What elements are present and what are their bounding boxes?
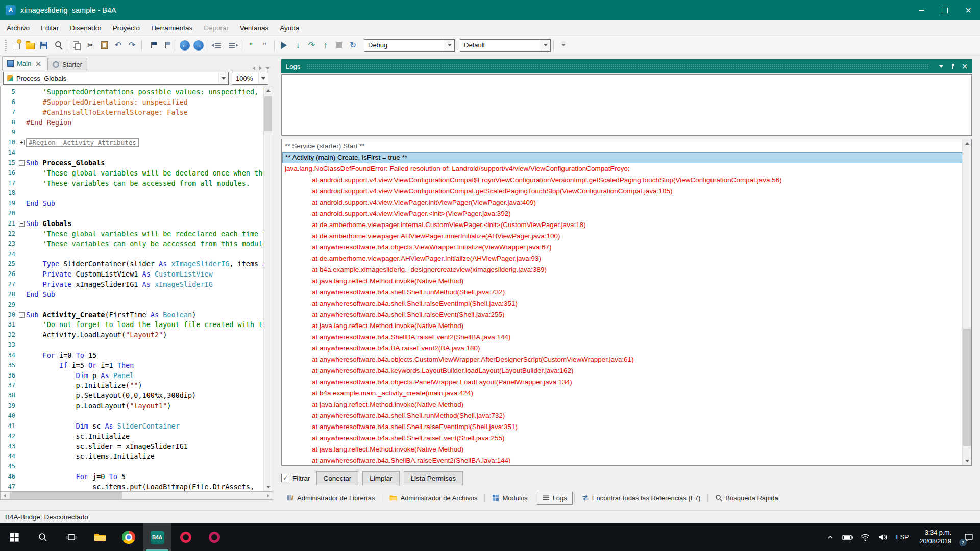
taskbar-app-1[interactable] [172, 523, 200, 551]
clock[interactable]: 3:34 p.m. 20/08/2019 [913, 529, 958, 546]
code-line[interactable]: 40 [1, 411, 264, 421]
code-line[interactable]: 19End Sub [1, 198, 264, 209]
log-line[interactable]: at java.lang.reflect.Method.invoke(Nativ… [282, 444, 962, 455]
log-line[interactable]: at android.support.v4.view.ViewPager.<in… [282, 208, 962, 219]
code-line[interactable]: 47 sc.items.put(LoadBitmap(File.DirAsset… [1, 482, 264, 491]
menu-ventanas[interactable]: Ventanas [234, 20, 274, 35]
log-line[interactable]: at java.lang.reflect.Method.invoke(Nativ… [282, 399, 962, 410]
log-line[interactable]: at anywheresoftware.b4a.objects.CustomVi… [282, 354, 962, 365]
step-over-icon[interactable] [305, 39, 318, 52]
log-line[interactable]: at anywheresoftware.b4a.shell.Shell.rais… [282, 433, 962, 444]
logs-panel-header[interactable]: Logs [281, 59, 972, 73]
code-line[interactable]: 8#End Region [1, 118, 264, 128]
log-line[interactable]: at java.lang.reflect.Method.invoke(Nativ… [282, 276, 962, 287]
close-tab-icon[interactable] [35, 59, 41, 69]
log-line[interactable]: at android.support.v4.view.ViewConfigura… [282, 174, 962, 186]
code-line[interactable]: 18 [1, 188, 264, 198]
stop-icon[interactable] [332, 39, 346, 52]
toolbar-grip[interactable] [5, 40, 7, 51]
undo-icon[interactable] [111, 39, 125, 52]
code-line[interactable]: 39 p.LoadLayout("layout1") [1, 401, 264, 411]
code-line[interactable]: 16 'These global variables will be decla… [1, 168, 264, 179]
tab-scroll-right-icon[interactable] [259, 66, 262, 70]
titlebar[interactable]: A ximagesliderig_sample - B4A [0, 0, 980, 20]
tab-quick-search[interactable]: Búsqueda Rápida [709, 492, 783, 505]
copy-icon[interactable] [70, 39, 84, 52]
pin-icon[interactable] [948, 61, 958, 71]
scroll-up-icon[interactable] [264, 86, 273, 95]
code-line[interactable]: 24 [1, 249, 264, 260]
maximize-button[interactable] [933, 0, 957, 20]
code-line[interactable]: 34 For i=0 To 15 [1, 350, 264, 361]
log-line[interactable]: at anywheresoftware.b4a.shell.Shell.runM… [282, 287, 962, 298]
log-view-secondary[interactable] [281, 74, 972, 136]
log-line[interactable]: at android.support.v4.view.ViewConfigura… [282, 186, 962, 197]
network-button[interactable] [856, 523, 874, 551]
scrollbar-thumb[interactable] [10, 492, 122, 499]
task-view-button[interactable] [57, 523, 86, 551]
code-line[interactable]: 30−Sub Activity_Create(FirstTime As Bool… [1, 310, 264, 320]
log-line[interactable]: at anywheresoftware.b4a.shell.Shell.rais… [282, 298, 962, 309]
indent-icon[interactable] [225, 39, 238, 52]
scroll-left-icon[interactable] [1, 492, 9, 499]
bookmark-icon[interactable] [144, 39, 158, 52]
code-line[interactable]: 44 sc.items.Initialize [1, 452, 264, 462]
code-line[interactable]: 41 Dim sc As SliderContainer [1, 421, 264, 432]
window-menu-icon[interactable] [936, 61, 946, 71]
log-line[interactable]: at java.lang.reflect.Method.invoke(Nativ… [282, 320, 962, 332]
redo-icon[interactable] [125, 39, 139, 52]
minimize-button[interactable] [910, 0, 933, 20]
start-button[interactable] [0, 523, 29, 551]
step-out-icon[interactable] [318, 39, 332, 52]
log-line[interactable]: at anywheresoftware.b4a.shell.Shell.runM… [282, 410, 962, 421]
step-into-icon[interactable] [291, 39, 305, 52]
log-line[interactable]: at anywheresoftware.b4a.ShellBA.raiseEve… [282, 455, 962, 463]
log-vertical-scrollbar[interactable] [962, 139, 971, 465]
cut-icon[interactable] [84, 39, 97, 52]
open-project-icon[interactable] [23, 39, 37, 52]
code-line[interactable]: 21−Sub Globals [1, 219, 264, 229]
tab-list-icon[interactable] [266, 67, 270, 70]
code-line[interactable]: 29 [1, 300, 264, 310]
log-line[interactable]: at android.support.v4.view.ViewPager.ini… [282, 197, 962, 208]
filter-checkbox[interactable]: Filtrar [281, 474, 310, 482]
taskbar-search-button[interactable] [29, 523, 57, 551]
build-mode-dropdown[interactable]: Debug [364, 39, 455, 52]
permissions-list-button[interactable]: Lista Permisos [404, 471, 463, 485]
panel-drag-grip[interactable] [306, 64, 928, 69]
menu-depurar[interactable]: Depurar [198, 20, 234, 35]
code-line[interactable]: 25 Type SliderContainer(slider As xImage… [1, 259, 264, 269]
code-line[interactable]: 10+#Region Activity Attributes [1, 138, 264, 148]
code-line[interactable]: 31 'Do not forget to load the layout fil… [1, 320, 264, 330]
bookmark-clear-icon[interactable] [158, 39, 172, 52]
zoom-dropdown[interactable]: 100% [232, 72, 268, 85]
outdent-icon[interactable] [211, 39, 225, 52]
code-line[interactable]: 43 sc.slider = xImageSliderIG1 [1, 442, 264, 452]
close-button[interactable] [957, 0, 980, 20]
clean-project-icon[interactable] [346, 39, 360, 52]
code-line[interactable]: 32 Activity.LoadLayout("Layout2") [1, 330, 264, 340]
file-explorer-button[interactable] [86, 523, 114, 551]
tab-logs[interactable]: Logs [537, 492, 573, 505]
menu-editar[interactable]: Editar [35, 20, 64, 35]
toolbar-overflow-icon[interactable] [556, 39, 570, 52]
code-line[interactable]: 23 'These variables can only be accessed… [1, 239, 264, 249]
fold-toggle-icon[interactable]: + [19, 140, 24, 145]
menu-proyecto[interactable]: Proyecto [107, 20, 145, 35]
b4a-taskbar-button[interactable]: B4A [143, 523, 172, 551]
code-line[interactable]: 22 'These global variables will be redec… [1, 229, 264, 239]
fold-toggle-icon[interactable]: − [19, 160, 24, 166]
code-line[interactable]: 17 'These variables can be accessed from… [1, 179, 264, 189]
code-line[interactable]: 15−Sub Process_Globals [1, 158, 264, 168]
paste-icon[interactable] [97, 39, 111, 52]
scrollbar-thumb[interactable] [264, 96, 272, 131]
connect-button[interactable]: Conectar [316, 471, 359, 485]
editor-vertical-scrollbar[interactable] [263, 86, 273, 491]
tab-modules[interactable]: Módulos [486, 492, 533, 505]
menu-herramientas[interactable]: Herramientas [145, 20, 198, 35]
code-line[interactable]: 38 p.SetLayout(0,0,100%x,300dip) [1, 391, 264, 401]
action-center-button[interactable]: 2 [958, 523, 980, 551]
menu-ayuda[interactable]: Ayuda [274, 20, 305, 35]
code-line[interactable]: 9 [1, 128, 264, 138]
log-line[interactable]: ** Service (starter) Start ** [282, 141, 962, 152]
